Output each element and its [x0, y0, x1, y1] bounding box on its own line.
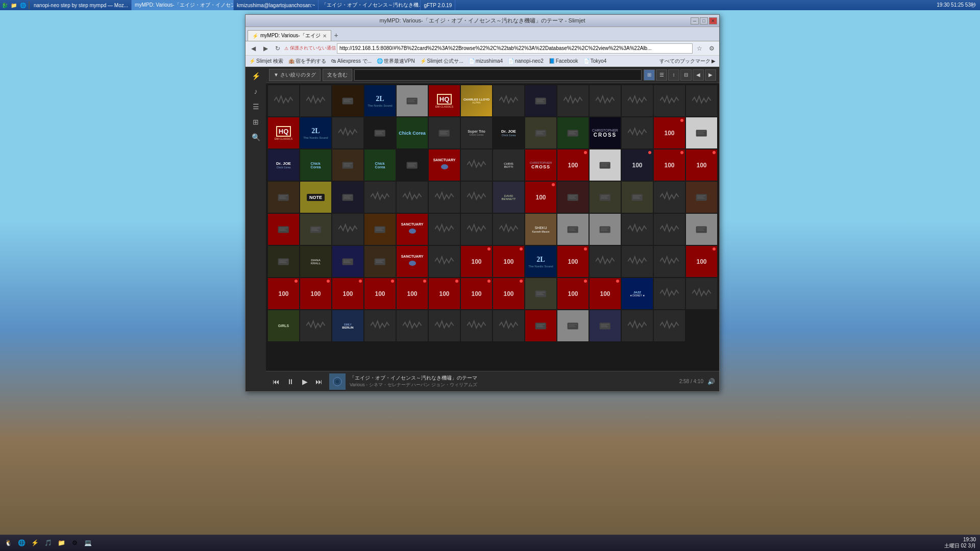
album-item[interactable] [461, 149, 492, 181]
album-item[interactable] [622, 85, 653, 116]
forward-button[interactable]: ▶ [260, 43, 271, 54]
album-item[interactable]: 100 [686, 149, 717, 181]
album-item[interactable] [332, 182, 363, 213]
album-item[interactable] [332, 214, 363, 245]
album-item[interactable]: 100 [332, 278, 363, 309]
sidebar-browse[interactable]: ⊞ [248, 115, 264, 129]
album-item[interactable] [557, 182, 589, 213]
bookmark-facebook[interactable]: 📘 Facebook [547, 58, 580, 64]
album-item[interactable]: 100 [525, 182, 556, 213]
album-item[interactable] [461, 182, 492, 213]
album-item[interactable]: SANCTUARY [429, 149, 460, 181]
taskbar-bottom-icon-6[interactable]: ⚙ [68, 537, 81, 549]
album-item[interactable]: 100 [557, 246, 589, 277]
album-item[interactable] [590, 182, 621, 213]
sidebar-queue[interactable]: ☰ [248, 99, 264, 114]
album-item[interactable]: HQ EMI CLASSICS [429, 85, 460, 116]
album-item[interactable] [461, 214, 492, 245]
album-item[interactable] [268, 182, 299, 213]
album-item[interactable] [397, 85, 428, 116]
album-item[interactable] [654, 85, 685, 116]
album-item[interactable]: CHARLES LLOYD ALPHA [461, 85, 492, 116]
album-item[interactable] [686, 182, 717, 213]
album-item[interactable] [461, 310, 492, 341]
album-item[interactable]: CHRISTOPHER CROSS [590, 117, 621, 148]
bookmark-all[interactable]: すべてのブックマーク ▶ [658, 58, 717, 65]
album-item[interactable] [654, 310, 685, 341]
album-item[interactable] [332, 85, 363, 116]
next-track-button[interactable]: ⏭ [313, 375, 325, 388]
album-item[interactable] [525, 310, 556, 341]
back-button[interactable]: ◀ [248, 43, 259, 54]
album-item[interactable] [397, 310, 428, 341]
pause-button[interactable]: ⏸ [284, 375, 297, 388]
taskbar-bottom-icon-5[interactable]: 📁 [55, 537, 67, 549]
album-item[interactable] [429, 117, 460, 148]
sidebar-music[interactable]: ♪ [248, 84, 264, 98]
album-item[interactable]: 2L The Nordic Sound [364, 85, 396, 116]
album-item[interactable] [268, 214, 299, 245]
album-item[interactable]: 2L The Nordic Sound [525, 246, 556, 277]
album-item[interactable] [686, 117, 717, 148]
album-item[interactable] [364, 214, 396, 245]
album-item[interactable]: 100 [397, 278, 428, 309]
album-item[interactable] [429, 182, 460, 213]
sidebar-home[interactable]: ⚡ [248, 69, 264, 83]
album-item[interactable]: NOTE [300, 182, 331, 213]
taskbar-tab-2[interactable]: myMPD: Various-「エイジ・オブ・イノセン... [132, 0, 234, 10]
next-page-button[interactable]: ▶ [705, 69, 716, 81]
album-item[interactable] [525, 278, 556, 309]
refresh-button[interactable]: ↻ [272, 43, 283, 54]
bookmark-mizushima[interactable]: 📄 mizushima4 [467, 58, 504, 64]
album-item[interactable]: 100 [557, 278, 589, 309]
album-item[interactable]: 100 [429, 278, 460, 309]
album-item[interactable]: 100 [557, 149, 589, 181]
album-item[interactable] [364, 246, 396, 277]
bookmark-tokyo4[interactable]: 📄 Tokyo4 [582, 58, 608, 64]
album-item[interactable]: 100 [654, 117, 685, 148]
browser-active-tab[interactable]: ⚡ myMPD: Various-「エイジ ✕ [248, 30, 331, 41]
album-item[interactable] [590, 246, 621, 277]
album-item[interactable] [622, 117, 653, 148]
album-item[interactable]: CHRISTOPHER CROSS [525, 149, 556, 181]
album-item[interactable] [332, 117, 363, 148]
bookmark-nanopi[interactable]: 📄 nanopi-neo2 [506, 58, 545, 64]
album-item[interactable] [397, 149, 428, 181]
list-view-button[interactable]: ☰ [656, 69, 667, 81]
album-item[interactable] [300, 310, 331, 341]
album-item[interactable]: ChickCorea [364, 149, 396, 181]
album-item[interactable]: 100 [364, 278, 396, 309]
album-item[interactable]: DIANAKRALL [300, 246, 331, 277]
close-button[interactable]: ✕ [709, 17, 717, 24]
album-item[interactable] [654, 182, 685, 213]
album-item[interactable] [525, 117, 556, 148]
url-bar[interactable] [337, 43, 693, 54]
bookmark-vpn[interactable]: 🌐 世界最速VPN [375, 58, 416, 65]
album-item[interactable]: Dr. JOE Chick Corea [268, 149, 299, 181]
album-item[interactable] [493, 214, 524, 245]
taskbar-tab-1[interactable]: nanopi-neo step by step mympd — Moz... [31, 0, 132, 10]
album-item[interactable] [686, 278, 717, 309]
album-item[interactable] [686, 85, 717, 116]
album-item[interactable]: 100 [268, 278, 299, 309]
album-item[interactable]: EMILY BERLIN [332, 310, 363, 341]
taskbar-icon-1[interactable]: 📁 [9, 1, 18, 10]
bookmark-button[interactable]: ☆ [694, 43, 705, 54]
album-item[interactable] [557, 310, 589, 341]
album-item[interactable]: 100 [461, 246, 492, 277]
album-item[interactable] [654, 214, 685, 245]
album-item[interactable]: 100 [461, 278, 492, 309]
album-item[interactable]: 2L The Nordic Sound [300, 117, 331, 148]
album-item[interactable] [622, 246, 653, 277]
album-item[interactable] [686, 214, 717, 245]
prev-page-button[interactable]: ◀ [693, 69, 704, 81]
sort-button[interactable]: ↕ [668, 69, 679, 81]
album-item[interactable]: 100 [493, 246, 524, 277]
album-item[interactable]: 100 [493, 278, 524, 309]
taskbar-bottom-icon-3[interactable]: ⚡ [29, 537, 41, 549]
album-item[interactable]: 100 [622, 149, 653, 181]
album-item[interactable]: ChickCorea [300, 149, 331, 181]
album-item[interactable]: SANCTUARY [397, 214, 428, 245]
album-item[interactable] [557, 214, 589, 245]
album-item[interactable] [493, 85, 524, 116]
